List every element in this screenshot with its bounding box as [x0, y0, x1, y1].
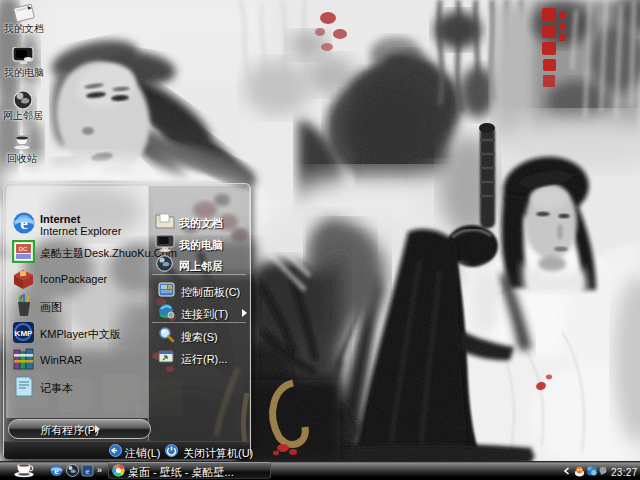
- svg-text:e: e: [54, 465, 59, 476]
- svg-text:KMP: KMP: [15, 329, 33, 338]
- svg-text:e: e: [20, 214, 28, 233]
- svg-text:DC: DC: [19, 246, 28, 252]
- svg-text:e: e: [86, 466, 90, 476]
